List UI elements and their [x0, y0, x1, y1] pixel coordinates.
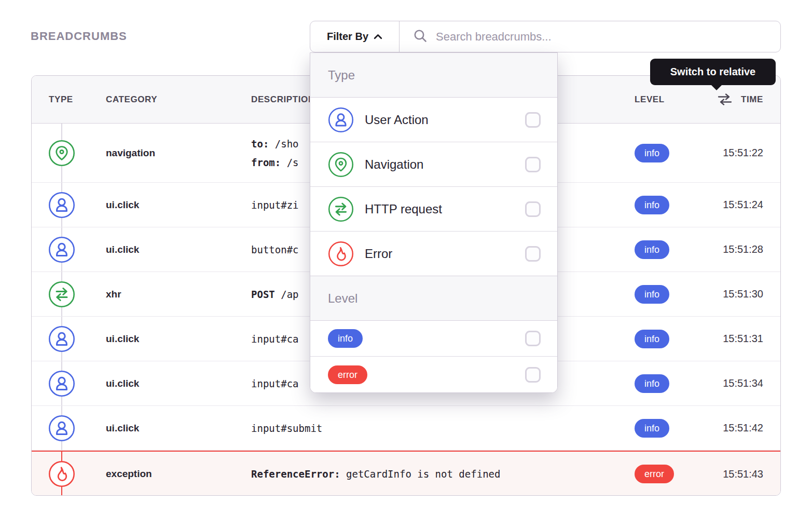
- filter-option-navigation[interactable]: Navigation: [310, 142, 557, 187]
- navigation-pin-icon: [48, 140, 75, 167]
- user-icon: [48, 325, 75, 352]
- checkbox-error-type[interactable]: [525, 246, 541, 262]
- row-time: 15:51:22: [712, 147, 780, 159]
- row-category: ui.click: [106, 333, 251, 345]
- switch-time-format-icon[interactable]: [717, 93, 733, 105]
- checkbox-user-action[interactable]: [525, 112, 541, 128]
- user-icon: [328, 107, 354, 133]
- breadcrumbs-panel: BREADCRUMBS Filter By TYPE CATEGORY DESC…: [0, 0, 812, 516]
- row-category: exception: [106, 468, 251, 480]
- error-level-badge: error: [328, 365, 367, 384]
- checkbox-level-info[interactable]: [525, 331, 541, 346]
- user-icon: [48, 236, 75, 263]
- level-badge: info: [635, 330, 669, 348]
- level-badge: error: [635, 465, 674, 483]
- level-badge: info: [635, 144, 669, 162]
- search-icon: [413, 29, 428, 45]
- dropdown-section-type: Type: [310, 53, 557, 98]
- table-row: ui.click input#submit info 15:51:42: [32, 406, 780, 451]
- table-row-exception: exception ReferenceError: getCardInfo is…: [32, 451, 780, 496]
- filter-option-http-request[interactable]: HTTP request: [310, 187, 557, 232]
- user-icon: [48, 192, 75, 219]
- row-time: 15:51:24: [712, 199, 780, 211]
- filter-by-label: Filter By: [327, 31, 368, 43]
- filter-option-error[interactable]: Error: [310, 232, 557, 276]
- user-icon: [48, 370, 75, 397]
- level-badge: info: [635, 419, 669, 438]
- row-time: 15:51:42: [712, 422, 780, 434]
- chevron-up-icon: [374, 34, 382, 39]
- user-icon: [48, 415, 75, 442]
- row-time: 15:51:30: [712, 288, 780, 300]
- fire-icon: [48, 460, 75, 487]
- level-badge: info: [635, 285, 669, 304]
- http-swap-icon: [328, 196, 354, 222]
- row-time: 15:51:34: [712, 377, 780, 389]
- checkbox-navigation[interactable]: [525, 157, 541, 172]
- col-header-time: TIME: [741, 94, 763, 105]
- row-category: xhr: [106, 289, 251, 300]
- checkbox-level-error[interactable]: [525, 367, 541, 383]
- level-badge: info: [635, 240, 669, 259]
- filter-by-button[interactable]: Filter By: [310, 21, 400, 52]
- row-category: ui.click: [106, 244, 251, 255]
- row-category: ui.click: [106, 423, 251, 434]
- row-time: 15:51:28: [712, 243, 780, 255]
- tooltip-caret: [711, 85, 722, 90]
- http-swap-icon: [48, 281, 75, 308]
- filter-dropdown: Type User Action Navigation HTTP request…: [310, 52, 558, 393]
- col-header-level: LEVEL: [635, 94, 712, 105]
- row-category: navigation: [106, 147, 251, 159]
- navigation-pin-icon: [328, 152, 354, 178]
- filter-search-bar: Filter By: [310, 21, 781, 52]
- level-badge: info: [635, 374, 669, 393]
- search-field-wrap: [400, 21, 780, 52]
- row-category: ui.click: [106, 378, 251, 389]
- col-header-category: CATEGORY: [106, 94, 251, 105]
- info-level-badge: info: [328, 329, 363, 348]
- row-category: ui.click: [106, 199, 251, 211]
- row-description: input#submit: [251, 419, 635, 438]
- dropdown-section-level: Level: [310, 276, 557, 321]
- col-header-type: TYPE: [32, 94, 106, 105]
- fire-icon: [328, 241, 354, 267]
- row-time: 15:51:31: [712, 333, 780, 345]
- tooltip-text: Switch to relative: [670, 66, 756, 78]
- page-title: BREADCRUMBS: [31, 30, 127, 43]
- filter-option-level-info[interactable]: info: [310, 321, 557, 357]
- filter-option-user-action[interactable]: User Action: [310, 98, 557, 142]
- filter-option-level-error[interactable]: error: [310, 357, 557, 392]
- checkbox-http-request[interactable]: [525, 201, 541, 217]
- row-time: 15:51:43: [712, 468, 780, 480]
- search-input[interactable]: [436, 30, 771, 44]
- row-description: ReferenceError: getCardInfo is not defin…: [251, 465, 635, 483]
- level-badge: info: [635, 196, 669, 214]
- tooltip: Switch to relative: [650, 59, 776, 85]
